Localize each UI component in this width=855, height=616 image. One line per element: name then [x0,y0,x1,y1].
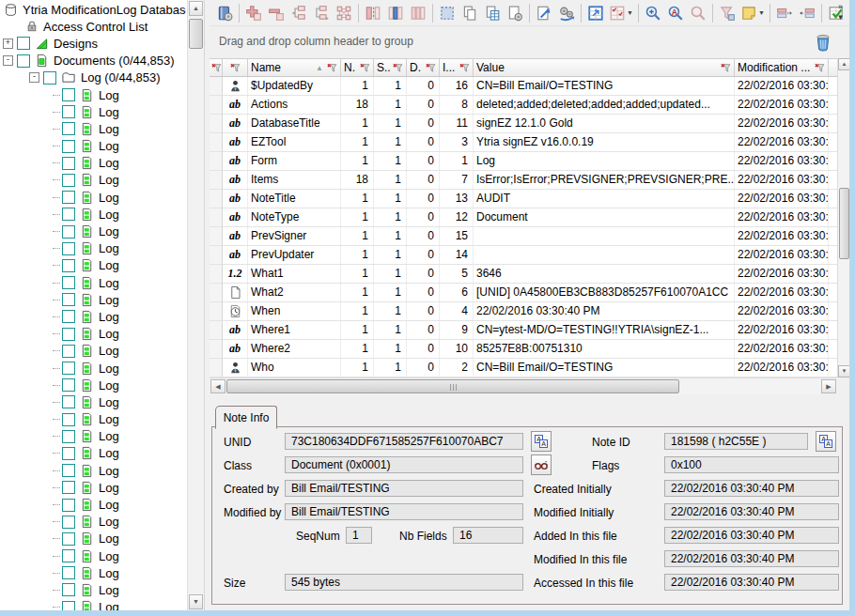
export-button[interactable] [533,2,555,24]
tree-item-log[interactable]: Log [0,564,186,581]
tree-item-log[interactable]: Log [0,393,186,410]
tree-item-log[interactable]: Log [0,428,186,445]
filter-icon[interactable] [392,62,403,73]
table-row[interactable]: ab 1.2 When 1 1 0 4 22/02/2016 03:30:40 … [210,302,837,321]
tree-checkbox[interactable] [62,601,75,610]
table-row[interactable]: ab 1.2 EZTool 1 1 0 3 Ytria signEZ v16.0… [210,133,837,152]
toolbar-overflow-button[interactable]: »▾ [834,2,847,24]
header-i[interactable]: I... [440,59,474,76]
tree-item-access-control-list[interactable]: Access Control List [0,18,186,35]
tree-checkbox[interactable] [62,122,75,135]
table-row[interactable]: ab 1.2 NoteType 1 1 0 12 Document 22/02/… [210,208,837,227]
tree-checkbox[interactable] [62,516,75,529]
tree-item-log[interactable]: Log [0,547,186,564]
tree-item-log[interactable]: Log [0,360,186,377]
tree-item-log[interactable]: Log [0,189,186,206]
tree-item-log[interactable]: Log [0,343,186,360]
header-d[interactable]: D. [407,59,440,76]
column-options-button[interactable] [407,2,429,24]
tree-checkbox[interactable] [62,174,75,187]
flag-note-button[interactable]: ▼ [738,2,767,24]
table-row[interactable]: ab 1.2 PrevUpdater 1 1 0 14 22/02/2016 0… [210,246,837,265]
table-row[interactable]: ab 1.2 Who 1 1 0 2 CN=Bill Email/O=TESTI… [210,359,837,377]
scroll-left-button[interactable]: ◀ [210,379,225,393]
unid-format-toggle-button[interactable]: A A [531,431,552,452]
scroll-up-button[interactable]: ▲ [189,1,203,16]
tree-checkbox[interactable] [62,499,75,512]
table-row[interactable]: ab 1.2 What1 1 1 0 5 3646 22/02/2016 03:… [210,265,837,284]
table-row[interactable]: ab 1.2 Where1 1 1 0 9 CN=ytest-MD/O=TEST… [210,321,837,340]
tree-checkbox[interactable] [62,345,75,358]
tree-checkbox[interactable] [62,276,75,289]
grid-display-options-button[interactable]: ▼ [607,2,635,24]
add-button[interactable] [242,2,265,24]
collapse-icon[interactable] [29,72,39,83]
tree-item-documents[interactable]: Documents (0/44,853) [0,53,186,69]
tree-checkbox[interactable] [62,328,75,341]
filter-icon[interactable] [326,62,337,73]
search-button[interactable]: A [664,2,687,24]
tree-item-log[interactable]: Log [0,172,186,189]
tree-checkbox[interactable] [62,413,75,426]
tree-item-log[interactable]: Log [0,240,186,257]
tree-scrollbar[interactable]: ▲ ▼ [187,0,204,610]
tree-checkbox[interactable] [62,259,75,272]
tree-item-log[interactable]: Log [0,120,186,137]
tree-item-log[interactable]: Log [0,138,186,155]
copy-special-button[interactable] [504,2,526,24]
tree-checkbox[interactable] [62,395,75,408]
collapse-icon[interactable] [3,55,13,66]
tree-item-log[interactable]: Log [0,257,186,274]
tree-checkbox[interactable] [62,88,75,101]
filter-icon[interactable] [814,62,825,73]
copy-with-headers-button[interactable] [481,2,504,24]
table-row[interactable]: ab 1.2 PrevSigner 1 1 0 15 22/02/2016 03… [210,227,837,246]
tree-checkbox[interactable] [17,54,30,68]
class-inspect-button[interactable] [531,454,552,475]
copy-button[interactable] [459,2,481,24]
tree-item-log[interactable]: Log [0,514,186,531]
scrollbar-thumb[interactable] [839,188,849,259]
tree-item-log[interactable]: Log [0,103,186,120]
table-row[interactable]: ab 1.2 NoteTitle 1 1 0 13 AUDIT 22/02/20… [210,190,837,208]
header-icon-filter[interactable] [223,59,248,76]
tree-checkbox[interactable] [62,191,75,204]
tree-item-designs[interactable]: Designs [0,35,186,52]
tree-item-log[interactable]: Log [0,326,186,343]
tree-checkbox[interactable] [17,37,30,50]
tree-checkbox[interactable] [43,71,56,85]
tree-checkbox[interactable] [62,378,75,392]
grid-vertical-scrollbar[interactable]: ▲ ▼ [837,58,850,377]
tree-item-log[interactable]: Log [0,223,186,239]
tree-checkbox[interactable] [62,532,75,546]
tree-item-log[interactable]: Log [0,531,186,547]
expand-icon[interactable] [3,38,13,49]
tree-checkbox[interactable] [62,310,75,323]
table-row[interactable]: ab 1.2 Form 1 1 0 1 Log 22/02/2016 03:30… [210,152,837,171]
database-properties-button[interactable] [213,2,236,24]
filter-icon[interactable] [459,62,470,73]
tree-item-log[interactable]: Log [0,445,186,462]
fit-grid-button[interactable] [584,2,607,24]
delete-rows-button[interactable] [812,31,834,54]
search-next-button[interactable] [687,2,709,24]
zoom-in-button[interactable] [642,2,664,24]
tree-checkbox[interactable] [62,447,75,460]
table-row[interactable]: ab 1.2 Actions 18 1 0 8 deleted;added;de… [210,96,837,115]
table-row[interactable]: ab 1.2 Items 18 1 0 7 IsError;IsError;PR… [210,171,837,190]
tree-checkbox[interactable] [62,242,75,255]
row-import-button[interactable] [796,2,818,24]
tree-item-log[interactable]: Log [0,496,186,513]
filter-icon[interactable] [720,62,731,73]
grid-horizontal-scrollbar[interactable]: ◀ ▶ [210,377,837,394]
tree-checkbox[interactable] [62,549,75,562]
tree-item-log[interactable]: Log [0,377,186,393]
row-export-button[interactable] [773,2,796,24]
table-row[interactable]: ab 1.2 Where2 1 1 0 10 85257E8B:00751310… [210,340,837,359]
tree-checkbox[interactable] [62,157,75,170]
tree-checkbox[interactable] [62,583,75,596]
tree-checkbox[interactable] [62,140,75,153]
scroll-right-button[interactable]: ▶ [821,379,836,393]
tree-root-database[interactable]: Ytria ModificationLog Database [0,1,186,18]
table-row[interactable]: ab 1.2 $UpdatedBy 1 1 0 16 CN=Bill Email… [210,77,837,96]
